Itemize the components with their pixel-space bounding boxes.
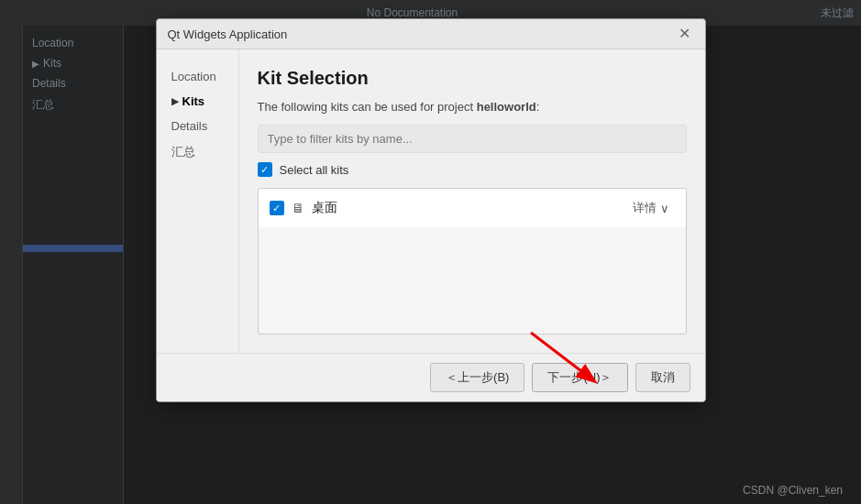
select-all-row: ✓ Select all kits: [258, 162, 687, 177]
dialog-nav-kits[interactable]: ▶ Kits: [157, 89, 238, 114]
select-all-checkbox[interactable]: ✓: [258, 162, 272, 177]
back-button[interactable]: ＜上一步(B): [430, 363, 524, 392]
dialog-nav-location[interactable]: Location: [157, 64, 238, 89]
kits-nav-label: Kits: [182, 94, 205, 108]
kit-filter-input[interactable]: [258, 125, 687, 153]
desktop-icon: 🖥: [292, 201, 304, 215]
kit-details-button[interactable]: 详情 ∨: [627, 198, 675, 218]
dialog-titlebar: Qt Widgets Application ✕: [157, 19, 705, 49]
details-chevron-icon: ∨: [660, 202, 669, 215]
modal-overlay: Qt Widgets Application ✕ Location ▶ Kits…: [0, 0, 861, 504]
dialog-title: Qt Widgets Application: [168, 27, 288, 41]
cancel-button[interactable]: 取消: [635, 363, 690, 392]
desc-prefix: The following kits can be used for proje…: [258, 100, 477, 114]
kits-list-area: ✓ 🖥 桌面 详情 ∨: [258, 188, 687, 334]
checkbox-check-icon: ✓: [260, 165, 269, 175]
kit-item-desktop: ✓ 🖥 桌面 详情 ∨: [259, 189, 686, 227]
kit-checkbox-desktop[interactable]: ✓: [270, 201, 284, 215]
desc-suffix: :: [536, 100, 540, 114]
kits-nav-arrow: ▶: [171, 96, 179, 106]
csdn-watermark: CSDN @Cliven_ken: [743, 484, 843, 497]
kit-checkbox-check: ✓: [272, 203, 281, 214]
dialog-body: Location ▶ Kits Details 汇总 Kit Selection…: [157, 49, 705, 353]
details-label: 详情: [633, 200, 657, 216]
dialog-nav-summary[interactable]: 汇总: [157, 138, 238, 166]
kit-name-desktop: 桌面: [312, 200, 627, 216]
project-name: helloworld: [477, 100, 536, 114]
dialog-footer: ＜上一步(B) 下一步(N)＞ 取消: [157, 353, 705, 401]
section-title: Kit Selection: [258, 68, 687, 89]
dialog-description: The following kits can be used for proje…: [258, 100, 687, 114]
dialog-close-button[interactable]: ✕: [675, 27, 694, 41]
dialog-main-content: Kit Selection The following kits can be …: [239, 49, 705, 353]
dialog-nav: Location ▶ Kits Details 汇总: [157, 49, 239, 353]
next-button[interactable]: 下一步(N)＞: [532, 363, 627, 392]
dialog-nav-details[interactable]: Details: [157, 114, 238, 138]
select-all-label: Select all kits: [280, 163, 349, 177]
dialog-window: Qt Widgets Application ✕ Location ▶ Kits…: [156, 18, 706, 402]
